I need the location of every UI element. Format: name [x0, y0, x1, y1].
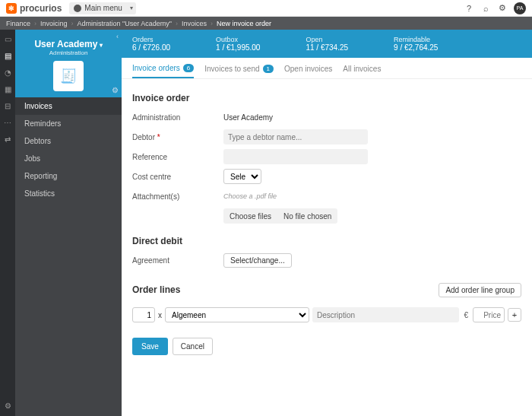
section-invoice-order: Invoice order: [132, 93, 521, 103]
rail-icon-4[interactable]: ▦: [3, 84, 12, 94]
section-direct-debit: Direct debit: [132, 236, 521, 246]
sidebar-item-statistics[interactable]: Statistics: [15, 185, 122, 202]
sidebar-subtitle: Administration: [21, 49, 116, 56]
stat-orders[interactable]: Orders6 / €726.00: [132, 36, 170, 52]
multiply-label: x: [158, 311, 162, 319]
choose-files-button[interactable]: Choose files: [223, 208, 277, 224]
sidebar-collapse-icon[interactable]: ‹: [116, 33, 119, 40]
sidebar-item-reporting[interactable]: Reporting: [15, 167, 122, 185]
debtor-input[interactable]: [223, 129, 368, 144]
rail-icon-7[interactable]: ⇄: [3, 135, 12, 144]
rail-icon-1[interactable]: ▭: [3, 34, 12, 43]
brand-text: procurios: [20, 3, 62, 14]
crumb-finance[interactable]: Finance: [6, 20, 30, 27]
brand-logo: ✻ procurios: [6, 3, 62, 14]
label-reference: Reference: [132, 153, 223, 161]
no-file-text: No file chosen: [277, 208, 337, 224]
crumb-admin[interactable]: Administration "User Academy": [78, 20, 172, 27]
rail-icon-6[interactable]: ⋯: [3, 118, 12, 127]
tab-all-invoices[interactable]: All invoices: [343, 64, 381, 78]
sidebar-header: ‹ User Academy Administration 🧾 ⚙: [15, 30, 122, 97]
main-menu-dropdown[interactable]: Main menu: [69, 2, 135, 14]
rail-icon-5[interactable]: ⊟: [3, 101, 12, 110]
crumb-invoicing[interactable]: Invoicing: [40, 20, 68, 27]
line-type-select[interactable]: Algemeen: [165, 307, 309, 322]
settings-icon[interactable]: ⚙: [497, 3, 508, 14]
help-icon[interactable]: ?: [464, 3, 474, 14]
rail-icon-2[interactable]: ▤: [3, 51, 12, 60]
sidebar-title[interactable]: User Academy: [21, 39, 116, 49]
add-order-line-group-button[interactable]: Add order line group: [439, 283, 521, 297]
avatar[interactable]: PA: [514, 2, 526, 14]
attachments-hint: Choose a .pdf file: [223, 192, 277, 200]
sidebar-item-reminders[interactable]: Reminders: [15, 115, 122, 132]
stat-remindable[interactable]: Remindable9 / €2,764.25: [394, 36, 438, 52]
currency-label: €: [462, 311, 470, 319]
main-menu-label: Main menu: [84, 4, 122, 12]
sidebar-nav: Invoices Reminders Debtors Jobs Reportin…: [15, 97, 122, 202]
tab-open-invoices[interactable]: Open invoices: [284, 64, 332, 78]
tab-invoice-orders[interactable]: Invoice orders6: [132, 64, 194, 78]
document-icon: 🧾: [53, 61, 84, 91]
section-order-lines: Order lines: [132, 284, 180, 295]
rail-icon-3[interactable]: ◔: [3, 68, 12, 77]
description-input[interactable]: [312, 307, 459, 322]
costcentre-select[interactable]: Select...: [223, 169, 261, 184]
label-agreement: Agreement: [132, 256, 223, 265]
stats-header: Orders6 / €726.00 Outbox1 / €1,995.00 Op…: [122, 30, 532, 58]
stat-open[interactable]: Open11 / €734.25: [306, 36, 348, 52]
search-icon[interactable]: ⌕: [480, 3, 491, 14]
crumb-invoices[interactable]: Invoices: [182, 20, 207, 27]
breadcrumb: Finance› Invoicing› Administration "User…: [0, 17, 532, 30]
tabs: Invoice orders6 Invoices to send1 Open i…: [122, 58, 532, 79]
rail-settings-icon[interactable]: ⚙: [3, 401, 12, 410]
qty-input[interactable]: [132, 307, 155, 322]
save-button[interactable]: Save: [132, 338, 168, 355]
logo-icon: ✻: [6, 3, 17, 14]
label-costcentre: Cost centre: [132, 173, 223, 181]
sidebar: ‹ User Academy Administration 🧾 ⚙ Invoic…: [15, 30, 122, 416]
label-attachments: Attachment(s): [132, 192, 223, 201]
select-change-button[interactable]: Select/change...: [223, 253, 292, 268]
tab-invoices-to-send[interactable]: Invoices to send1: [204, 64, 274, 78]
globe-icon: [74, 5, 81, 12]
cancel-button[interactable]: Cancel: [173, 338, 213, 355]
crumb-current: New invoice order: [217, 20, 271, 27]
stat-outbox[interactable]: Outbox1 / €1,995.00: [216, 36, 260, 52]
sidebar-gear-icon[interactable]: ⚙: [112, 86, 119, 94]
label-debtor: Debtor *: [132, 133, 223, 141]
sidebar-item-invoices[interactable]: Invoices: [15, 97, 122, 115]
reference-input[interactable]: [223, 149, 368, 164]
sidebar-item-debtors[interactable]: Debtors: [15, 132, 122, 150]
label-administration: Administration: [132, 113, 223, 122]
icon-rail: ▭ ▤ ◔ ▦ ⊟ ⋯ ⇄ ⚙: [0, 30, 15, 416]
price-input[interactable]: [473, 307, 505, 322]
value-administration: User Academy: [223, 113, 273, 122]
add-line-button[interactable]: +: [508, 308, 521, 322]
sidebar-item-jobs[interactable]: Jobs: [15, 150, 122, 167]
order-line-row: x Algemeen € +: [132, 307, 521, 322]
